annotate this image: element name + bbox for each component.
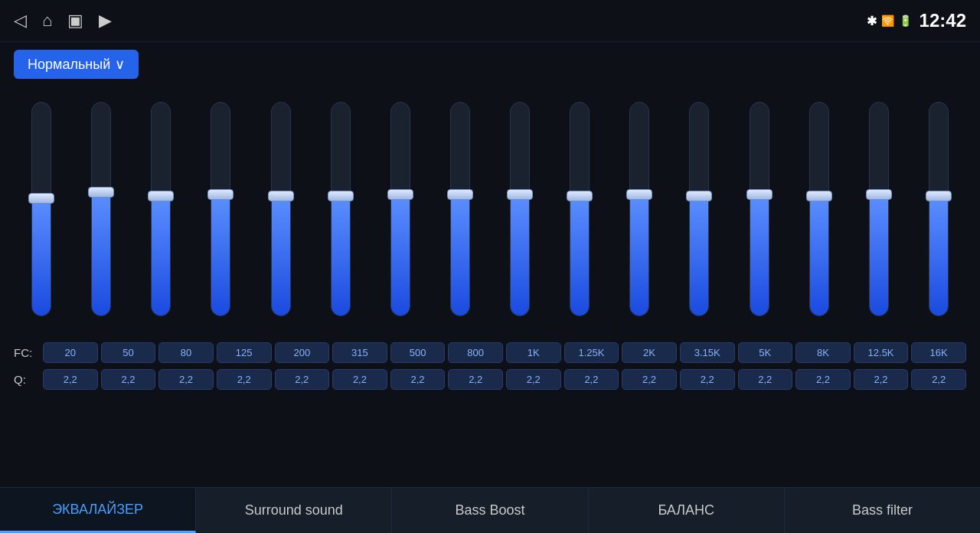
q-btn-9[interactable]: 2,2 (564, 369, 619, 390)
q-btn-10[interactable]: 2,2 (622, 369, 677, 390)
q-btn-3[interactable]: 2,2 (217, 369, 272, 390)
fc-row: FC: 2050801252003155008001K1.25K2K3.15K5… (8, 339, 972, 366)
preset-button[interactable]: Нормальный ∨ (14, 50, 139, 79)
wifi-icon: 🛜 (881, 15, 894, 27)
slider-thumb-8[interactable] (507, 189, 533, 200)
home-icon[interactable]: ⌂ (42, 11, 52, 31)
slider-track-8 (510, 102, 530, 316)
slider-wrap-10[interactable] (617, 102, 662, 339)
fc-btn-4[interactable]: 200 (275, 342, 330, 363)
slider-wrap-15[interactable] (916, 102, 961, 339)
slider-wrap-5[interactable] (318, 102, 363, 339)
slider-wrap-3[interactable] (198, 102, 243, 339)
slider-wrap-4[interactable] (259, 102, 303, 339)
slider-fill-8 (511, 195, 529, 316)
back-icon[interactable]: ◁ (14, 11, 27, 31)
slider-wrap-2[interactable] (139, 102, 183, 339)
fc-buttons: 2050801252003155008001K1.25K2K3.15K5K8K1… (43, 342, 966, 363)
slider-fill-10 (630, 195, 648, 316)
slider-wrap-8[interactable] (498, 102, 542, 339)
slider-wrap-9[interactable] (557, 102, 602, 339)
slider-thumb-14[interactable] (866, 189, 892, 200)
window-icon[interactable]: ▣ (67, 11, 83, 31)
q-btn-2[interactable]: 2,2 (158, 369, 214, 390)
fc-btn-9[interactable]: 1.25K (564, 342, 619, 363)
slider-thumb-12[interactable] (746, 189, 773, 200)
sliders-container (8, 87, 972, 339)
fc-btn-1[interactable]: 50 (101, 342, 156, 363)
fc-btn-5[interactable]: 315 (332, 342, 387, 363)
slider-wrap-1[interactable] (79, 102, 123, 339)
slider-wrap-12[interactable] (737, 102, 782, 339)
tab-surround[interactable]: Surround sound (196, 488, 392, 533)
slider-wrap-13[interactable] (797, 102, 841, 339)
q-btn-5[interactable]: 2,2 (332, 369, 387, 390)
q-btn-7[interactable]: 2,2 (448, 369, 503, 390)
slider-wrap-14[interactable] (857, 102, 901, 339)
tab-balance[interactable]: БАЛАНС (589, 488, 785, 533)
fc-btn-2[interactable]: 80 (158, 342, 214, 363)
q-btn-15[interactable]: 2,2 (911, 369, 966, 390)
fc-btn-14[interactable]: 12.5K (854, 342, 909, 363)
slider-track-6 (390, 102, 410, 316)
fc-btn-10[interactable]: 2K (622, 342, 677, 363)
q-label: Q: (14, 373, 43, 386)
q-btn-8[interactable]: 2,2 (506, 369, 561, 390)
q-btn-12[interactable]: 2,2 (738, 369, 793, 390)
fc-btn-13[interactable]: 8K (795, 342, 851, 363)
q-btn-6[interactable]: 2,2 (390, 369, 446, 390)
slider-track-10 (629, 102, 649, 316)
slider-track-11 (689, 102, 709, 316)
eq-section: FC: 2050801252003155008001K1.25K2K3.15K5… (0, 87, 980, 370)
slider-thumb-2[interactable] (148, 191, 174, 201)
slider-wrap-6[interactable] (378, 102, 423, 339)
slider-thumb-0[interactable] (28, 193, 54, 204)
slider-thumb-11[interactable] (686, 191, 712, 201)
slider-thumb-10[interactable] (626, 189, 652, 200)
slider-track-5 (331, 102, 351, 316)
tab-bass[interactable]: Bass Boost (392, 488, 588, 533)
media-icon[interactable]: ▶ (99, 11, 112, 31)
tab-filter[interactable]: Bass filter (785, 488, 980, 533)
fc-btn-6[interactable]: 500 (390, 342, 446, 363)
q-btn-1[interactable]: 2,2 (101, 369, 156, 390)
slider-fill-5 (332, 196, 350, 316)
slider-track-7 (450, 102, 470, 316)
fc-btn-15[interactable]: 16K (911, 342, 966, 363)
slider-thumb-4[interactable] (268, 191, 294, 201)
slider-fill-15 (929, 196, 948, 316)
fc-btn-12[interactable]: 5K (738, 342, 793, 363)
fc-btn-11[interactable]: 3.15K (680, 342, 735, 363)
slider-thumb-7[interactable] (447, 189, 473, 200)
slider-wrap-0[interactable] (19, 102, 64, 339)
slider-thumb-15[interactable] (926, 191, 952, 201)
slider-thumb-9[interactable] (567, 191, 593, 201)
q-btn-4[interactable]: 2,2 (275, 369, 330, 390)
fc-btn-7[interactable]: 800 (448, 342, 503, 363)
fc-btn-3[interactable]: 125 (217, 342, 272, 363)
tab-eq[interactable]: ЭКВАЛАЙЗЕР (0, 488, 196, 533)
slider-wrap-7[interactable] (438, 102, 482, 339)
q-btn-0[interactable]: 2,2 (43, 369, 98, 390)
q-btn-13[interactable]: 2,2 (795, 369, 851, 390)
fc-btn-8[interactable]: 1K (506, 342, 561, 363)
slider-track-4 (271, 102, 291, 316)
slider-thumb-13[interactable] (806, 191, 832, 201)
q-btn-14[interactable]: 2,2 (854, 369, 909, 390)
clock: 12:42 (920, 10, 966, 31)
slider-track-0 (31, 102, 51, 316)
slider-fill-11 (690, 196, 708, 316)
slider-track-3 (211, 102, 230, 316)
slider-fill-2 (152, 196, 170, 316)
q-row: Q: 2,22,22,22,22,22,22,22,22,22,22,22,22… (8, 366, 972, 393)
slider-track-2 (151, 102, 171, 316)
slider-track-15 (929, 102, 949, 316)
q-btn-11[interactable]: 2,2 (680, 369, 735, 390)
fc-btn-0[interactable]: 20 (43, 342, 98, 363)
slider-thumb-1[interactable] (88, 187, 114, 198)
slider-track-14 (869, 102, 889, 316)
slider-thumb-6[interactable] (387, 189, 413, 200)
slider-wrap-11[interactable] (677, 102, 721, 339)
slider-thumb-5[interactable] (328, 191, 354, 201)
slider-thumb-3[interactable] (207, 189, 234, 200)
